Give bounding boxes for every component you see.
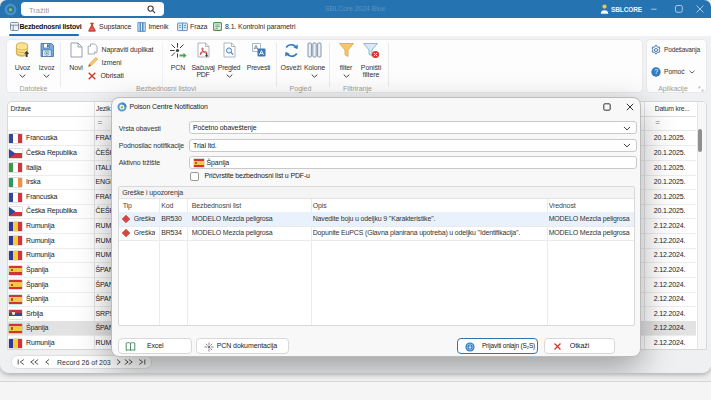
svg-text:?: ? <box>654 68 658 75</box>
